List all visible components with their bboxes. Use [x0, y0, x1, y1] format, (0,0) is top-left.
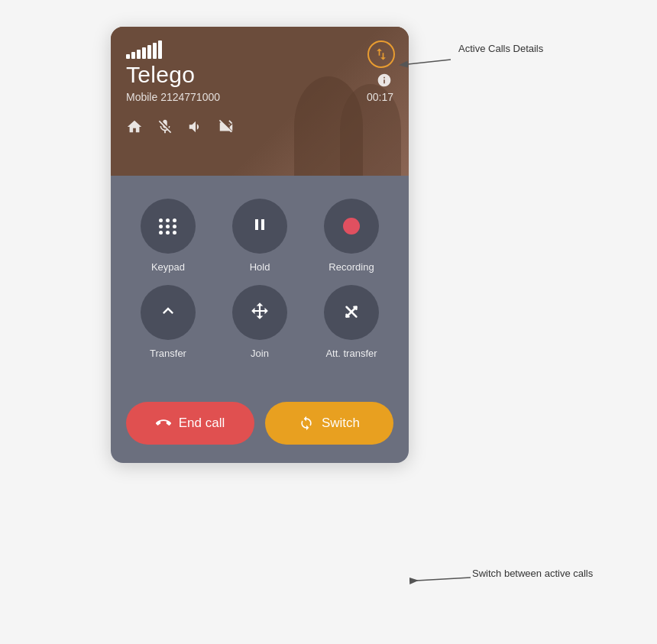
join-button[interactable]	[232, 285, 287, 340]
transfer-button[interactable]	[141, 285, 196, 340]
active-calls-annotation-text: Active Calls Details	[458, 43, 543, 54]
info-button[interactable]	[377, 73, 392, 92]
recording-button[interactable]	[324, 199, 379, 254]
signal-bar-3	[137, 50, 141, 59]
keypad-icon	[159, 218, 177, 235]
switch-label: Switch	[322, 416, 360, 431]
switch-annotation-text: Switch between active calls	[472, 568, 593, 579]
controls-area: Keypad Hold	[111, 176, 409, 390]
recording-control[interactable]: Recording	[309, 199, 393, 273]
recording-label: Recording	[328, 261, 374, 273]
keypad-label: Keypad	[151, 261, 185, 273]
active-calls-button[interactable]	[367, 40, 395, 68]
pause-icon	[251, 215, 269, 237]
mute-button[interactable]	[157, 118, 173, 140]
hold-label: Hold	[250, 261, 270, 273]
join-control[interactable]: Join	[218, 285, 302, 359]
join-label: Join	[251, 348, 269, 359]
caller-name: Telego	[126, 62, 393, 88]
controls-grid: Keypad Hold	[126, 199, 393, 359]
active-calls-annotation: Active Calls Details	[458, 42, 543, 57]
signal-bar-2	[131, 52, 135, 59]
keypad-button[interactable]	[141, 199, 196, 254]
signal-bar-4	[142, 47, 146, 59]
switch-button[interactable]: Switch	[265, 402, 393, 445]
call-duration: 00:17	[367, 91, 393, 103]
video-off-button[interactable]	[218, 118, 235, 140]
att-transfer-label: Att. transfer	[325, 348, 377, 359]
caller-info: Mobile 2124771000 00:17	[126, 91, 393, 103]
att-transfer-control[interactable]: Att. transfer	[309, 285, 393, 359]
hold-button[interactable]	[232, 199, 287, 254]
att-transfer-icon	[341, 300, 362, 325]
speaker-button[interactable]	[187, 118, 204, 140]
hold-control[interactable]: Hold	[218, 199, 302, 273]
transfer-label: Transfer	[150, 348, 186, 359]
transfer-icon	[157, 300, 179, 325]
signal-bar-5	[147, 45, 151, 59]
signal-bar-1	[126, 54, 130, 59]
transfer-control[interactable]: Transfer	[126, 285, 210, 359]
keypad-control[interactable]: Keypad	[126, 199, 210, 273]
signal-bar-6	[153, 43, 157, 59]
signal-bars	[126, 40, 393, 59]
svg-line-3	[416, 578, 471, 581]
switch-annotation: Switch between active calls	[472, 567, 593, 581]
end-call-label: End call	[179, 416, 225, 431]
caller-number-text: Mobile 2124771000	[126, 91, 220, 103]
home-button[interactable]	[126, 118, 143, 140]
record-icon	[343, 218, 360, 235]
signal-bar-7	[158, 40, 162, 59]
join-icon	[250, 301, 270, 324]
bottom-bar: End call Switch	[111, 390, 409, 463]
att-transfer-button[interactable]	[324, 285, 379, 340]
end-call-button[interactable]: End call	[126, 402, 254, 445]
